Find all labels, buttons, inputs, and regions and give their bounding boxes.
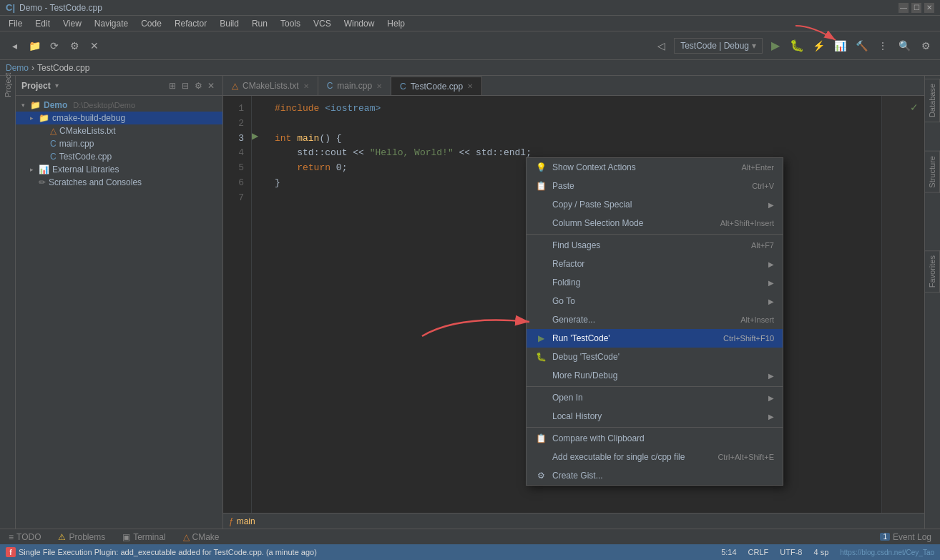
- ctx-local-history[interactable]: Local History ▶: [527, 407, 783, 426]
- cmake-tab[interactable]: △ CMake: [180, 531, 222, 544]
- ctx-go-to[interactable]: Go To ▶: [527, 292, 783, 310]
- cursor-position[interactable]: 5:14: [721, 548, 736, 556]
- tab-main-label: main.cpp: [337, 81, 372, 91]
- ctx-more-run-debug[interactable]: More Run/Debug ▶: [527, 366, 783, 385]
- cmake-tab-icon: △: [232, 81, 238, 91]
- tab-main-close[interactable]: ✕: [376, 82, 382, 90]
- menu-view[interactable]: View: [57, 17, 87, 30]
- maximize-button[interactable]: ☐: [911, 3, 921, 13]
- gutter-6: [252, 170, 266, 184]
- ctx-run-testcode[interactable]: ▶ Run 'TestCode' Ctrl+Shift+F10: [527, 329, 783, 348]
- encoding[interactable]: UTF-8: [780, 548, 802, 556]
- ctx-paste[interactable]: 📋 Paste Ctrl+V: [527, 177, 783, 195]
- minimize-button[interactable]: —: [899, 3, 909, 13]
- back-button[interactable]: ◂: [6, 37, 23, 54]
- main-layout: Project Project ▾ ⊞ ⊟ ⚙ ✕ ▾ 📁 Demo D:\De…: [0, 76, 940, 529]
- ctx-refactor[interactable]: Refactor ▶: [527, 255, 783, 273]
- project-tab-icon[interactable]: Project: [1, 79, 14, 92]
- close-button[interactable]: ✕: [924, 3, 934, 13]
- tab-testcode-close[interactable]: ✕: [467, 82, 473, 90]
- ctx-folding[interactable]: Folding ▶: [527, 273, 783, 292]
- coverage-btn[interactable]: ⚡: [810, 37, 827, 54]
- gutter-run-3[interactable]: ▶: [252, 129, 266, 142]
- line-separator[interactable]: CRLF: [748, 548, 769, 556]
- menu-run[interactable]: Run: [246, 17, 273, 30]
- tab-cmakelists[interactable]: △ CMakeLists.txt ✕: [223, 77, 318, 95]
- menu-navigate[interactable]: Navigate: [89, 17, 134, 30]
- settings-btn[interactable]: ⚙: [66, 37, 83, 54]
- more-btn[interactable]: ⋮: [874, 37, 891, 54]
- run-config-selector[interactable]: TestCode | Debug ▾: [674, 38, 763, 54]
- tree-cmakelists[interactable]: △ CMakeLists.txt: [16, 124, 222, 137]
- event-log-area: 1 Event Log: [877, 531, 934, 544]
- ctx-exec-label: Add executable for single c/cpp file: [552, 452, 712, 462]
- menu-tools[interactable]: Tools: [275, 17, 306, 30]
- menu-code[interactable]: Code: [135, 17, 167, 30]
- ctx-create-gist[interactable]: ⚙ Create Gist...: [527, 466, 783, 485]
- profiler-btn[interactable]: 📊: [831, 37, 848, 54]
- event-log-tab[interactable]: 1 Event Log: [877, 531, 934, 544]
- database-tab[interactable]: Database: [925, 79, 940, 122]
- close-project-panel-btn[interactable]: ✕: [205, 80, 217, 92]
- todo-tab[interactable]: ≡ TODO: [6, 531, 44, 544]
- ctx-find-usages[interactable]: Find Usages Alt+F7: [527, 236, 783, 255]
- build-btn[interactable]: 🔨: [853, 37, 870, 54]
- debug-button[interactable]: 🐛: [788, 37, 806, 54]
- cmake-bottom-icon: △: [183, 532, 190, 542]
- menu-refactor[interactable]: Refactor: [169, 17, 212, 30]
- ctx-gen-icon: [535, 314, 547, 325]
- tree-testcode-cpp[interactable]: C TestCode.cpp: [16, 150, 222, 163]
- tab-bar: △ CMakeLists.txt ✕ C main.cpp ✕ C TestCo…: [223, 76, 924, 96]
- menu-build[interactable]: Build: [214, 17, 245, 30]
- project-settings-btn[interactable]: ⚙: [192, 80, 204, 92]
- tree-root-arrow: ▾: [21, 102, 27, 109]
- menu-vcs[interactable]: VCS: [308, 17, 337, 30]
- breadcrumb-file[interactable]: TestCode.cpp: [37, 63, 89, 73]
- nav-back-btn[interactable]: ◁: [652, 37, 670, 54]
- structure-tab[interactable]: Structure: [925, 151, 940, 193]
- tree-ext-arrow: ▸: [30, 166, 36, 173]
- problems-tab[interactable]: ⚠ Problems: [55, 531, 108, 544]
- breadcrumb-project[interactable]: Demo: [6, 63, 29, 73]
- project-icon-btn[interactable]: 📁: [26, 37, 43, 54]
- run-button[interactable]: ▶: [767, 37, 784, 54]
- tree-main-cpp[interactable]: C main.cpp: [16, 137, 222, 150]
- ctx-openin-icon: [535, 392, 547, 403]
- tree-external-libs[interactable]: ▸ 📊 External Libraries: [16, 163, 222, 176]
- collapse-all-btn[interactable]: ⊟: [180, 80, 191, 92]
- ctx-copy-paste-special[interactable]: Copy / Paste Special ▶: [527, 195, 783, 214]
- ctx-show-context-actions[interactable]: 💡 Show Context Actions Alt+Enter: [527, 158, 783, 177]
- ctx-column-selection[interactable]: Column Selection Mode Alt+Shift+Insert: [527, 214, 783, 232]
- tree-testcode-label: TestCode.cpp: [59, 152, 112, 162]
- ctx-generate[interactable]: Generate... Alt+Insert: [527, 310, 783, 329]
- f-icon: f: [6, 547, 16, 557]
- function-name: main: [237, 516, 255, 526]
- ctx-debug-testcode[interactable]: 🐛 Debug 'TestCode': [527, 348, 783, 366]
- menu-help[interactable]: Help: [381, 17, 411, 30]
- tree-cmake-build-debug[interactable]: ▸ 📁 cmake-build-debug: [16, 112, 222, 124]
- ctx-gen-shortcut: Alt+Insert: [740, 315, 774, 324]
- menu-file[interactable]: File: [3, 17, 28, 30]
- tree-root[interactable]: ▾ 📁 Demo D:\Desktop\Demo: [16, 99, 222, 112]
- ctx-compare-clipboard[interactable]: 📋 Compare with Clipboard: [527, 429, 783, 448]
- tab-cmakelists-label: CMakeLists.txt: [243, 81, 299, 91]
- indent-info[interactable]: 4 sp: [813, 548, 828, 556]
- tree-external-libs-btn[interactable]: ⊞: [167, 80, 178, 92]
- tab-cmakelists-close[interactable]: ✕: [303, 82, 309, 90]
- terminal-tab[interactable]: ▣ Terminal: [119, 531, 168, 544]
- close-panel-btn[interactable]: ✕: [86, 37, 103, 54]
- settings2-btn[interactable]: ⚙: [917, 37, 934, 54]
- function-bar: ƒ main: [223, 513, 924, 529]
- terminal-icon: ▣: [122, 532, 130, 542]
- menu-edit[interactable]: Edit: [29, 17, 56, 30]
- menu-window[interactable]: Window: [338, 17, 381, 30]
- search-everywhere-btn[interactable]: 🔍: [896, 37, 913, 54]
- tab-testcode-cpp[interactable]: C TestCode.cpp ✕: [391, 77, 482, 95]
- tree-scratches[interactable]: ✏ Scratches and Consoles: [16, 176, 222, 189]
- tab-main-cpp[interactable]: C main.cpp ✕: [318, 77, 391, 95]
- ctx-add-executable[interactable]: Add executable for single c/cpp file Ctr…: [527, 448, 783, 466]
- sync-btn[interactable]: ⟳: [46, 37, 63, 54]
- favorites-tab[interactable]: Favorites: [925, 250, 940, 293]
- function-icon: ƒ: [229, 516, 234, 526]
- ctx-open-in[interactable]: Open In ▶: [527, 388, 783, 407]
